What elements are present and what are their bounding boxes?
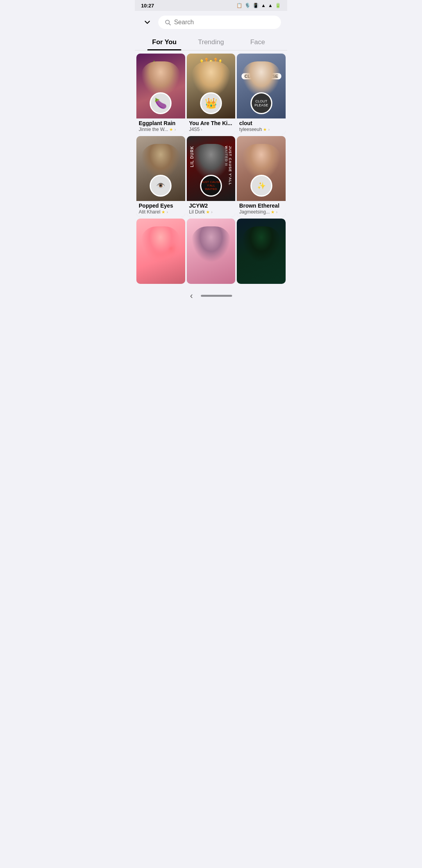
grid-item-you-are-the-king[interactable]: 👑 👑 You Are The Ki... J4S5 › [187, 54, 236, 135]
avatar: CLOUT PLEASE [250, 92, 272, 114]
vibrate-icon: 📳 [253, 3, 259, 8]
grid-item-eggplant-rain[interactable]: 🍆 🍆 Eggplant Rain Jinnie the W... ★ › [136, 54, 185, 135]
grid-item-9[interactable]: 🟩 [237, 219, 286, 283]
clipboard-icon: 📋 [236, 3, 242, 8]
tab-for-you[interactable]: For You [141, 34, 188, 50]
signal-icon: ▲ [268, 3, 273, 8]
person-silhouette [242, 144, 281, 179]
item-author: tyleeseeuh ★ › [239, 127, 283, 132]
star-icon: ★ [263, 127, 267, 132]
person-silhouette [141, 144, 180, 179]
star-icon: ★ [161, 210, 165, 215]
tab-face[interactable]: Face [234, 34, 281, 50]
author-name: Jinnie the W... [139, 127, 168, 132]
item-info: clout tyleeseeuh ★ › [237, 118, 286, 135]
filter-grid: 🍆 🍆 Eggplant Rain Jinnie the W... ★ › 👑 … [135, 50, 287, 287]
person-silhouette [242, 61, 281, 97]
item-title: Brown Ethereal [239, 203, 283, 209]
battery-icon: 🔋 [275, 3, 281, 8]
author-name: Jagmeetsing... [239, 209, 270, 215]
grid-item-8[interactable]: 🌸 [187, 219, 236, 283]
svg-line-1 [169, 23, 170, 25]
item-title: clout [239, 120, 283, 126]
avatar: 👁️ [150, 175, 172, 197]
item-title: Eggplant Rain [139, 120, 183, 126]
item-info: Brown Ethereal Jagmeetsing... ★ › [237, 201, 286, 217]
mic-off-icon: 🎙️ [245, 3, 250, 8]
wifi-icon: ▲ [261, 3, 266, 8]
person-silhouette [141, 226, 180, 262]
avatar-emoji: 🍆 [154, 97, 167, 109]
star-icon: ★ [206, 210, 210, 215]
home-indicator [201, 295, 232, 297]
chevron-icon: › [211, 210, 213, 214]
item-author: Atit Kharel ★ › [139, 209, 183, 215]
tabs-bar: For You Trending Face [135, 34, 287, 50]
author-name: J4S5 [189, 127, 200, 132]
status-time: 10:27 [141, 3, 154, 9]
tab-trending[interactable]: Trending [188, 34, 234, 50]
author-name: Atit Kharel [139, 209, 160, 215]
person-silhouette [141, 61, 180, 97]
chevron-icon: › [174, 127, 176, 132]
grid-item-jcyw2[interactable]: LIL DURK JUST CAUSE Y'ALL WAITED II JUST… [187, 136, 236, 217]
avatar-emoji: 👑 [205, 97, 217, 109]
star-icon: ★ [169, 127, 173, 132]
item-author: Jinnie the W... ★ › [139, 127, 183, 132]
back-button[interactable] [141, 16, 154, 29]
item-author: Lil Durk ★ › [189, 209, 233, 215]
status-icons: 📋 🎙️ 📳 ▲ ▲ 🔋 [236, 3, 281, 8]
item-title: Popped Eyes [139, 203, 183, 209]
bottom-bar: ‹ [135, 287, 287, 307]
item-title: You Are The Ki... [189, 120, 233, 126]
author-name: Lil Durk [189, 209, 205, 215]
star-icon: ★ [271, 210, 275, 215]
avatar: ✨ [250, 175, 272, 197]
chevron-icon: › [166, 210, 168, 214]
back-nav-button[interactable]: ‹ [190, 291, 193, 301]
search-area [135, 11, 287, 34]
person-silhouette [191, 144, 231, 179]
search-input[interactable] [174, 19, 275, 26]
search-icon [165, 19, 171, 26]
avatar-jcyw: JUST CAUSEY'ALLWAITED [201, 176, 221, 196]
person-silhouette [191, 226, 231, 262]
person-silhouette [242, 226, 281, 262]
item-info: Popped Eyes Atit Kharel ★ › [136, 201, 185, 217]
status-bar: 10:27 📋 🎙️ 📳 ▲ ▲ 🔋 [135, 0, 287, 11]
item-info: You Are The Ki... J4S5 › [187, 118, 236, 135]
item-info: Eggplant Rain Jinnie the W... ★ › [136, 118, 185, 135]
avatar-emoji: ✨ [257, 181, 266, 190]
chevron-icon: › [268, 127, 270, 132]
author-name: tyleeseeuh [239, 127, 262, 132]
item-info: JCYW2 Lil Durk ★ › [187, 201, 236, 217]
item-author: Jagmeetsing... ★ › [239, 209, 283, 215]
avatar-clout: CLOUT PLEASE [252, 93, 271, 113]
grid-item-brown-ethereal[interactable]: ✨ Brown Ethereal Jagmeetsing... ★ › [237, 136, 286, 217]
grid-item-7[interactable] [136, 219, 185, 283]
item-title: JCYW2 [189, 203, 233, 209]
avatar: JUST CAUSEY'ALLWAITED [200, 175, 222, 197]
grid-item-clout[interactable]: CLOUT PLEASE CLOUT PLEASE clout tyleesee… [237, 54, 286, 135]
item-author: J4S5 › [189, 127, 233, 132]
person-silhouette [191, 61, 231, 97]
avatar: 👑 [200, 92, 222, 114]
chevron-icon: › [276, 210, 277, 214]
chevron-icon: › [201, 127, 202, 132]
grid-item-popped-eyes[interactable]: 👁️‍🗨️ 👁️ Popped Eyes Atit Kharel ★ › [136, 136, 185, 217]
search-box[interactable] [158, 16, 281, 29]
chevron-down-icon [143, 18, 152, 27]
avatar-emoji: 👁️ [156, 181, 165, 190]
avatar: 🍆 [150, 92, 172, 114]
